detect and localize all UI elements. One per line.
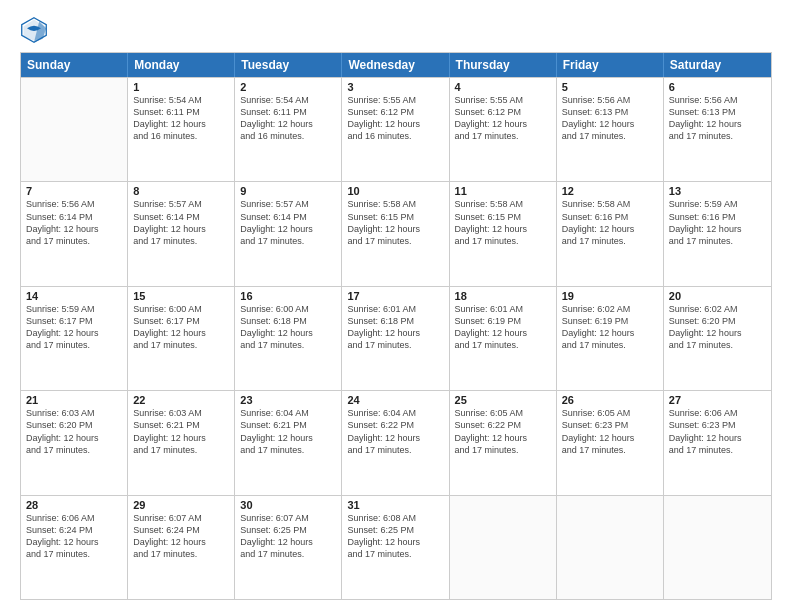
cal-cell-r2-c3: 17Sunrise: 6:01 AM Sunset: 6:18 PM Dayli… [342, 287, 449, 390]
cal-cell-r1-c1: 8Sunrise: 5:57 AM Sunset: 6:14 PM Daylig… [128, 182, 235, 285]
cell-info: Sunrise: 6:05 AM Sunset: 6:22 PM Dayligh… [455, 407, 551, 456]
cal-cell-r3-c4: 25Sunrise: 6:05 AM Sunset: 6:22 PM Dayli… [450, 391, 557, 494]
cal-cell-r4-c1: 29Sunrise: 6:07 AM Sunset: 6:24 PM Dayli… [128, 496, 235, 599]
page: SundayMondayTuesdayWednesdayThursdayFrid… [0, 0, 792, 612]
cell-date: 1 [133, 81, 229, 93]
cell-date: 29 [133, 499, 229, 511]
calendar-row-4: 28Sunrise: 6:06 AM Sunset: 6:24 PM Dayli… [21, 495, 771, 599]
cal-cell-r2-c2: 16Sunrise: 6:00 AM Sunset: 6:18 PM Dayli… [235, 287, 342, 390]
cell-date: 20 [669, 290, 766, 302]
cell-info: Sunrise: 6:00 AM Sunset: 6:18 PM Dayligh… [240, 303, 336, 352]
cell-info: Sunrise: 6:00 AM Sunset: 6:17 PM Dayligh… [133, 303, 229, 352]
cal-cell-r1-c5: 12Sunrise: 5:58 AM Sunset: 6:16 PM Dayli… [557, 182, 664, 285]
cell-date: 12 [562, 185, 658, 197]
cell-info: Sunrise: 6:01 AM Sunset: 6:18 PM Dayligh… [347, 303, 443, 352]
cal-cell-r4-c5 [557, 496, 664, 599]
cell-info: Sunrise: 6:07 AM Sunset: 6:25 PM Dayligh… [240, 512, 336, 561]
cell-date: 23 [240, 394, 336, 406]
cell-date: 17 [347, 290, 443, 302]
cal-cell-r1-c0: 7Sunrise: 5:56 AM Sunset: 6:14 PM Daylig… [21, 182, 128, 285]
cal-cell-r1-c4: 11Sunrise: 5:58 AM Sunset: 6:15 PM Dayli… [450, 182, 557, 285]
cal-cell-r2-c4: 18Sunrise: 6:01 AM Sunset: 6:19 PM Dayli… [450, 287, 557, 390]
cell-date: 4 [455, 81, 551, 93]
cell-date: 25 [455, 394, 551, 406]
cell-info: Sunrise: 6:03 AM Sunset: 6:20 PM Dayligh… [26, 407, 122, 456]
cal-cell-r3-c6: 27Sunrise: 6:06 AM Sunset: 6:23 PM Dayli… [664, 391, 771, 494]
logo-icon [20, 16, 48, 44]
cal-cell-r0-c3: 3Sunrise: 5:55 AM Sunset: 6:12 PM Daylig… [342, 78, 449, 181]
calendar-body: 1Sunrise: 5:54 AM Sunset: 6:11 PM Daylig… [21, 77, 771, 599]
cell-date: 31 [347, 499, 443, 511]
cell-date: 14 [26, 290, 122, 302]
cell-date: 21 [26, 394, 122, 406]
cell-info: Sunrise: 5:56 AM Sunset: 6:13 PM Dayligh… [669, 94, 766, 143]
cell-date: 10 [347, 185, 443, 197]
header-day-tuesday: Tuesday [235, 53, 342, 77]
cell-date: 3 [347, 81, 443, 93]
cell-info: Sunrise: 5:54 AM Sunset: 6:11 PM Dayligh… [240, 94, 336, 143]
cell-info: Sunrise: 6:04 AM Sunset: 6:21 PM Dayligh… [240, 407, 336, 456]
cal-cell-r0-c5: 5Sunrise: 5:56 AM Sunset: 6:13 PM Daylig… [557, 78, 664, 181]
header [20, 16, 772, 44]
cell-date: 11 [455, 185, 551, 197]
cal-cell-r3-c5: 26Sunrise: 6:05 AM Sunset: 6:23 PM Dayli… [557, 391, 664, 494]
cell-info: Sunrise: 5:58 AM Sunset: 6:16 PM Dayligh… [562, 198, 658, 247]
cell-info: Sunrise: 6:06 AM Sunset: 6:23 PM Dayligh… [669, 407, 766, 456]
cell-date: 5 [562, 81, 658, 93]
cell-info: Sunrise: 6:01 AM Sunset: 6:19 PM Dayligh… [455, 303, 551, 352]
header-day-saturday: Saturday [664, 53, 771, 77]
cell-info: Sunrise: 5:57 AM Sunset: 6:14 PM Dayligh… [240, 198, 336, 247]
calendar-row-0: 1Sunrise: 5:54 AM Sunset: 6:11 PM Daylig… [21, 77, 771, 181]
cal-cell-r0-c2: 2Sunrise: 5:54 AM Sunset: 6:11 PM Daylig… [235, 78, 342, 181]
cal-cell-r0-c1: 1Sunrise: 5:54 AM Sunset: 6:11 PM Daylig… [128, 78, 235, 181]
cell-info: Sunrise: 6:04 AM Sunset: 6:22 PM Dayligh… [347, 407, 443, 456]
cell-date: 6 [669, 81, 766, 93]
cell-date: 22 [133, 394, 229, 406]
cell-info: Sunrise: 6:07 AM Sunset: 6:24 PM Dayligh… [133, 512, 229, 561]
header-day-sunday: Sunday [21, 53, 128, 77]
cal-cell-r1-c6: 13Sunrise: 5:59 AM Sunset: 6:16 PM Dayli… [664, 182, 771, 285]
cell-info: Sunrise: 5:54 AM Sunset: 6:11 PM Dayligh… [133, 94, 229, 143]
logo [20, 16, 52, 44]
cell-info: Sunrise: 5:56 AM Sunset: 6:13 PM Dayligh… [562, 94, 658, 143]
cell-date: 26 [562, 394, 658, 406]
cell-date: 30 [240, 499, 336, 511]
cal-cell-r0-c6: 6Sunrise: 5:56 AM Sunset: 6:13 PM Daylig… [664, 78, 771, 181]
calendar-row-2: 14Sunrise: 5:59 AM Sunset: 6:17 PM Dayli… [21, 286, 771, 390]
cell-date: 15 [133, 290, 229, 302]
cell-info: Sunrise: 5:58 AM Sunset: 6:15 PM Dayligh… [347, 198, 443, 247]
cal-cell-r4-c0: 28Sunrise: 6:06 AM Sunset: 6:24 PM Dayli… [21, 496, 128, 599]
cal-cell-r3-c3: 24Sunrise: 6:04 AM Sunset: 6:22 PM Dayli… [342, 391, 449, 494]
cal-cell-r4-c6 [664, 496, 771, 599]
cell-date: 16 [240, 290, 336, 302]
header-day-monday: Monday [128, 53, 235, 77]
cell-date: 2 [240, 81, 336, 93]
cal-cell-r0-c4: 4Sunrise: 5:55 AM Sunset: 6:12 PM Daylig… [450, 78, 557, 181]
cell-info: Sunrise: 6:06 AM Sunset: 6:24 PM Dayligh… [26, 512, 122, 561]
cell-date: 13 [669, 185, 766, 197]
cell-date: 7 [26, 185, 122, 197]
cell-info: Sunrise: 6:05 AM Sunset: 6:23 PM Dayligh… [562, 407, 658, 456]
cal-cell-r2-c6: 20Sunrise: 6:02 AM Sunset: 6:20 PM Dayli… [664, 287, 771, 390]
cell-info: Sunrise: 5:59 AM Sunset: 6:16 PM Dayligh… [669, 198, 766, 247]
cell-info: Sunrise: 5:55 AM Sunset: 6:12 PM Dayligh… [347, 94, 443, 143]
cal-cell-r2-c1: 15Sunrise: 6:00 AM Sunset: 6:17 PM Dayli… [128, 287, 235, 390]
calendar-row-3: 21Sunrise: 6:03 AM Sunset: 6:20 PM Dayli… [21, 390, 771, 494]
cell-info: Sunrise: 6:03 AM Sunset: 6:21 PM Dayligh… [133, 407, 229, 456]
cell-info: Sunrise: 5:56 AM Sunset: 6:14 PM Dayligh… [26, 198, 122, 247]
cal-cell-r0-c0 [21, 78, 128, 181]
cell-info: Sunrise: 5:55 AM Sunset: 6:12 PM Dayligh… [455, 94, 551, 143]
cal-cell-r2-c5: 19Sunrise: 6:02 AM Sunset: 6:19 PM Dayli… [557, 287, 664, 390]
header-day-thursday: Thursday [450, 53, 557, 77]
calendar: SundayMondayTuesdayWednesdayThursdayFrid… [20, 52, 772, 600]
cell-date: 19 [562, 290, 658, 302]
calendar-header: SundayMondayTuesdayWednesdayThursdayFrid… [21, 53, 771, 77]
cal-cell-r1-c2: 9Sunrise: 5:57 AM Sunset: 6:14 PM Daylig… [235, 182, 342, 285]
cal-cell-r3-c2: 23Sunrise: 6:04 AM Sunset: 6:21 PM Dayli… [235, 391, 342, 494]
cell-info: Sunrise: 5:59 AM Sunset: 6:17 PM Dayligh… [26, 303, 122, 352]
cell-date: 27 [669, 394, 766, 406]
cell-date: 28 [26, 499, 122, 511]
cal-cell-r3-c1: 22Sunrise: 6:03 AM Sunset: 6:21 PM Dayli… [128, 391, 235, 494]
header-day-wednesday: Wednesday [342, 53, 449, 77]
cal-cell-r3-c0: 21Sunrise: 6:03 AM Sunset: 6:20 PM Dayli… [21, 391, 128, 494]
